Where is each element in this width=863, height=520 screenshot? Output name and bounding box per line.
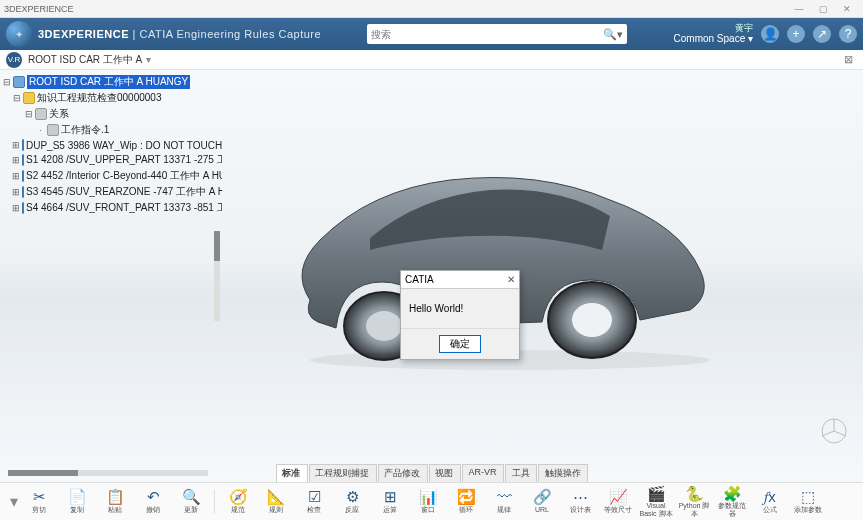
tree-node-action[interactable]: ·工作指令.1 (2, 122, 220, 138)
tab-ar-vr[interactable]: AR-VR (461, 464, 503, 482)
scissors-icon: ✂ (22, 489, 56, 506)
tool-check[interactable]: ☑检查 (297, 489, 331, 513)
tool-loop[interactable]: 🔁循环 (449, 489, 483, 513)
part-icon (22, 202, 24, 214)
tab-standard[interactable]: 标准 (275, 464, 307, 482)
leaf-icon: · (36, 125, 45, 135)
dialog-titlebar[interactable]: CATIA ✕ (401, 271, 519, 289)
dialog-title: CATIA (405, 274, 434, 285)
expand-icon[interactable]: ⊞ (12, 140, 20, 150)
tool-formula[interactable]: 𝑓x公式 (753, 489, 787, 513)
dialog-ok-button[interactable]: 确定 (439, 335, 481, 353)
collapse-icon[interactable]: ⊟ (12, 93, 21, 103)
workspace: 标准 工程规则捕捉 产品修改 视图 AR-VR 工具 触摸操作 ⊟ROOT IS… (0, 70, 863, 482)
top-bar: ✦ 3DEXPERIENCE | CATIA Engineering Rules… (0, 18, 863, 50)
axis-gizmo-icon[interactable] (819, 416, 849, 446)
window-maximize-icon[interactable]: ▢ (811, 4, 835, 14)
tool-vb-script[interactable]: 🎬Visual Basic 脚本 (639, 486, 673, 518)
brand-sub: Engineering Rules Capture (173, 28, 321, 40)
tool-equiv-dim[interactable]: 📈等效尺寸 (601, 489, 635, 513)
loop-icon: 🔁 (449, 489, 483, 506)
collapse-icon[interactable]: ⊟ (24, 109, 33, 119)
context-dropdown-icon[interactable]: ▾ (146, 54, 151, 65)
tree-item[interactable]: ⊞DUP_S5 3986 WAY_Wip : DO NOT TOUCH !!!/… (2, 138, 220, 152)
expand-icon[interactable]: ⊞ (12, 171, 20, 181)
tab-rules-capture[interactable]: 工程规则捕捉 (308, 464, 376, 482)
collapse-icon[interactable]: ⊟ (2, 77, 11, 87)
tool-spec[interactable]: 🧭规范 (221, 489, 255, 513)
spec-tree[interactable]: ⊟ROOT ISD CAR 工作中 A HUANGY ⊟知识工程规范检查0000… (0, 70, 222, 482)
tool-reaction[interactable]: ⚙反应 (335, 489, 369, 513)
tool-python-script[interactable]: 🐍Python 脚本 (677, 486, 711, 518)
folder-icon (23, 92, 35, 104)
tool-add-param[interactable]: ⬚添加参数 (791, 489, 825, 513)
tree-item[interactable]: ⊞S1 4208 /SUV_UPPER_PART 13371 -275 工作中 … (2, 152, 220, 168)
svg-point-1 (366, 311, 402, 341)
search-box[interactable]: 🔍 ▾ (367, 24, 627, 44)
part-icon (22, 154, 24, 166)
tab-view[interactable]: 视图 (428, 464, 460, 482)
check-icon: ☑ (297, 489, 331, 506)
tab-touch[interactable]: 触摸操作 (538, 464, 588, 482)
dialog-message: Hello World! (401, 289, 519, 328)
tree-item[interactable]: ⊞S4 4664 /SUV_FRONT_PART 13373 -851 工作中 … (2, 200, 220, 216)
add-icon[interactable]: + (787, 25, 805, 43)
brand-main: 3DEXPERIENCE (38, 28, 129, 40)
action-icon (47, 124, 59, 136)
tool-copy[interactable]: 📄复制 (60, 489, 94, 513)
vb-icon: 🎬 (639, 486, 673, 503)
app-name: 3DEXPERIENCE (4, 4, 74, 14)
brand-block: 3DEXPERIENCE | CATIA Engineering Rules C… (38, 28, 321, 40)
search-dropdown-icon[interactable]: ▾ (617, 28, 623, 41)
chart-icon: 📈 (601, 489, 635, 506)
tree-node-knowledge[interactable]: ⊟知识工程规范检查00000003 (2, 90, 220, 106)
search-input[interactable] (371, 29, 603, 40)
search-icon[interactable]: 🔍 (603, 28, 617, 41)
tree-root[interactable]: ⊟ROOT ISD CAR 工作中 A HUANGY (2, 74, 220, 90)
link-icon: 🔗 (525, 489, 559, 506)
tool-undo[interactable]: ↶撤销 (136, 489, 170, 513)
avatar-icon[interactable]: 👤 (761, 25, 779, 43)
param-icon: 🧩 (715, 486, 749, 503)
fx-icon: 𝑓x (753, 489, 787, 506)
tree-node-relations[interactable]: ⊟关系 (2, 106, 220, 122)
tool-paste[interactable]: 📋粘贴 (98, 489, 132, 513)
tree-item[interactable]: ⊞S2 4452 /Interior C-Beyond-440 工作中 A HU… (2, 168, 220, 184)
help-icon[interactable]: ? (839, 25, 857, 43)
part-icon (22, 139, 24, 151)
tab-product-edit[interactable]: 产品修改 (377, 464, 427, 482)
brand-app: CATIA (139, 28, 172, 40)
tool-param-spec[interactable]: 🧩参数规范器 (715, 486, 749, 518)
rule-icon: 📐 (259, 489, 293, 506)
tree-item[interactable]: ⊞S3 4545 /SUV_REARZONE -747 工作中 A HUANGY… (2, 184, 220, 200)
expand-icon[interactable]: ⊞ (12, 155, 20, 165)
expand-icon[interactable]: ⊞ (12, 187, 20, 197)
context-bar: V.R ROOT ISD CAR 工作中 A ▾ ⊠ (0, 50, 863, 70)
tool-rule[interactable]: 📐规则 (259, 489, 293, 513)
tool-update[interactable]: 🔍更新 (174, 489, 208, 513)
window-minimize-icon[interactable]: — (787, 4, 811, 14)
tool-url[interactable]: 🔗URL (525, 489, 559, 513)
share-icon[interactable]: ↗ (813, 25, 831, 43)
brand-sep: | (129, 28, 139, 40)
window-close-icon[interactable]: ✕ (835, 4, 859, 14)
tool-design-table[interactable]: ⋯设计表 (563, 489, 597, 513)
compass-icon[interactable]: ✦ (6, 21, 32, 47)
tool-law[interactable]: 〰规律 (487, 489, 521, 513)
add-param-icon: ⬚ (791, 489, 825, 506)
dialog-close-icon[interactable]: ✕ (507, 274, 515, 285)
context-close-icon[interactable]: ⊠ (840, 53, 857, 66)
tool-operation[interactable]: ⊞运算 (373, 489, 407, 513)
relations-icon (35, 108, 47, 120)
table-icon: ⋯ (563, 489, 597, 506)
window-titlebar: 3DEXPERIENCE — ▢ ✕ (0, 0, 863, 18)
user-menu[interactable]: 黄宇 Common Space ▾ (674, 24, 753, 45)
tab-tools[interactable]: 工具 (505, 464, 537, 482)
tool-window[interactable]: 📊窗口 (411, 489, 445, 513)
tool-cut[interactable]: ✂剪切 (22, 489, 56, 513)
expand-icon[interactable]: ⊞ (12, 203, 20, 213)
actionbar-dropdown-icon[interactable]: ▾ (10, 492, 18, 511)
message-dialog: CATIA ✕ Hello World! 确定 (400, 270, 520, 360)
window-icon: 📊 (411, 489, 445, 506)
tree-root-label: ROOT ISD CAR 工作中 A HUANGY (27, 75, 190, 89)
